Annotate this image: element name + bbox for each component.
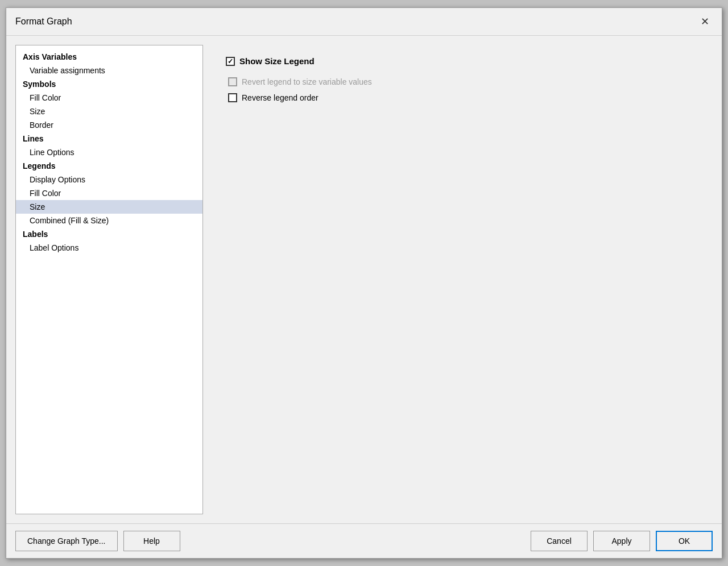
show-size-legend-row: Show Size Legend xyxy=(226,56,699,66)
nav-item-legends-fill-color[interactable]: Fill Color xyxy=(16,186,202,200)
revert-legend-checkbox[interactable] xyxy=(228,77,237,86)
show-size-legend-label: Show Size Legend xyxy=(239,56,315,66)
nav-panel: Axis Variables Variable assignments Symb… xyxy=(15,45,203,514)
content-panel: Show Size Legend Revert legend to size v… xyxy=(212,45,713,514)
reverse-legend-row: Reverse legend order xyxy=(228,93,699,102)
show-size-legend-checkbox[interactable] xyxy=(226,57,235,66)
nav-item-legends-size[interactable]: Size xyxy=(16,200,202,214)
reverse-legend-label: Reverse legend order xyxy=(242,93,318,102)
revert-legend-row: Revert legend to size variable values xyxy=(228,77,699,86)
ok-button[interactable]: OK xyxy=(656,531,713,551)
nav-section-axis-variables: Axis Variables xyxy=(16,50,202,64)
nav-section-legends: Legends xyxy=(16,159,202,173)
nav-item-combined[interactable]: Combined (Fill & Size) xyxy=(16,214,202,227)
footer-left: Change Graph Type... Help xyxy=(15,531,180,551)
cancel-button[interactable]: Cancel xyxy=(531,531,588,551)
dialog-body: Axis Variables Variable assignments Symb… xyxy=(6,36,722,523)
nav-item-size[interactable]: Size xyxy=(16,105,202,118)
nav-item-line-options[interactable]: Line Options xyxy=(16,145,202,159)
revert-legend-label: Revert legend to size variable values xyxy=(242,77,372,86)
nav-section-lines: Lines xyxy=(16,132,202,145)
change-graph-type-button[interactable]: Change Graph Type... xyxy=(15,531,118,551)
nav-item-fill-color[interactable]: Fill Color xyxy=(16,91,202,105)
nav-section-labels: Labels xyxy=(16,227,202,241)
nav-item-border[interactable]: Border xyxy=(16,118,202,132)
format-graph-dialog: Format Graph ✕ Axis Variables Variable a… xyxy=(6,7,722,559)
nav-item-display-options[interactable]: Display Options xyxy=(16,173,202,186)
nav-item-variable-assignments[interactable]: Variable assignments xyxy=(16,64,202,77)
dialog-footer: Change Graph Type... Help Cancel Apply O… xyxy=(6,523,722,558)
apply-button[interactable]: Apply xyxy=(593,531,650,551)
close-button[interactable]: ✕ xyxy=(697,14,713,30)
footer-right: Cancel Apply OK xyxy=(531,531,713,551)
help-button[interactable]: Help xyxy=(123,531,180,551)
reverse-legend-checkbox[interactable] xyxy=(228,93,237,102)
nav-section-symbols: Symbols xyxy=(16,77,202,91)
title-bar: Format Graph ✕ xyxy=(6,8,722,36)
dialog-title: Format Graph xyxy=(15,16,72,27)
nav-item-label-options[interactable]: Label Options xyxy=(16,241,202,255)
